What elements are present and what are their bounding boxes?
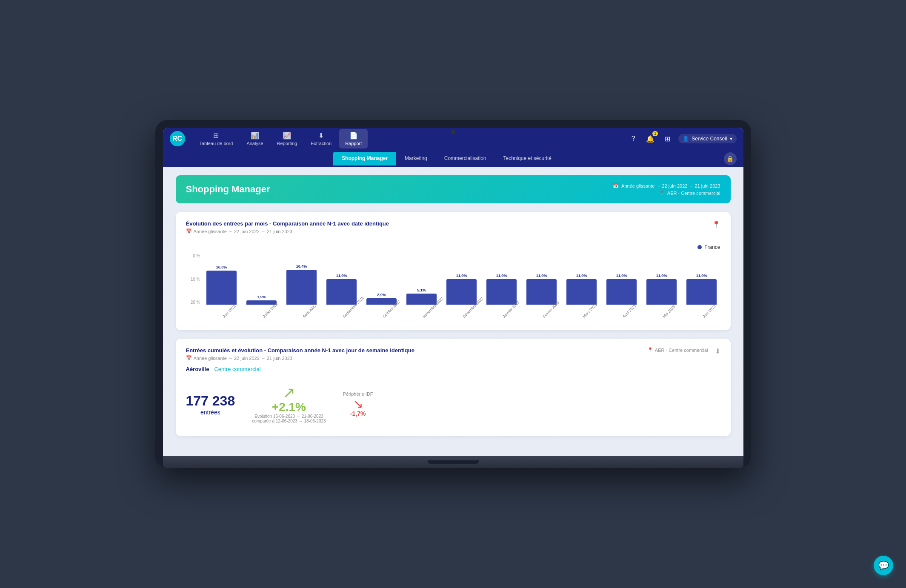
- user-menu-button[interactable]: 👤 Service Conseil ▾: [678, 134, 736, 143]
- app-logo[interactable]: RC: [170, 131, 185, 146]
- bar-value: 11,9%: [696, 274, 707, 278]
- bar-group: 11,9%Mars 2023: [563, 254, 600, 305]
- chart1-calendar-icon: 📅: [186, 228, 192, 234]
- rapport-icon: 📄: [349, 131, 358, 140]
- trend-percent: +2.1%: [272, 400, 306, 414]
- bar: [486, 279, 516, 305]
- location-text: AER - Centre commercial: [667, 191, 720, 196]
- bar-group: 2,9%Octobre 2022: [363, 254, 400, 305]
- bar: [246, 300, 276, 305]
- header-card: Shopping Manager 📅 Année glissante → 22 …: [176, 175, 731, 203]
- bar-group: 11,9%Février 2023: [523, 254, 560, 305]
- bar: [326, 279, 356, 305]
- chart2-header-row: Entrées cumulés et évolution - Comparais…: [186, 347, 720, 366]
- chart1-card: Évolution des entrées par mois - Compara…: [176, 212, 731, 330]
- laptop-base-notch: [428, 460, 479, 464]
- legend-france-label: France: [704, 244, 720, 250]
- bar-value: 11,9%: [576, 274, 587, 278]
- reporting-icon: 📈: [283, 131, 291, 140]
- nav-item-extraction[interactable]: ⬇ Extraction: [305, 129, 337, 148]
- nav-item-rapport[interactable]: 📄 Rapport: [339, 129, 368, 148]
- chart2-pin-icon: 📍: [647, 347, 653, 353]
- trend-down-icon: ↘: [353, 398, 363, 410]
- bar-value: 11,9%: [616, 274, 627, 278]
- metric-percent-block: ↗ +2.1% Evolution 15-06-2023 → 21-06-202…: [252, 385, 326, 423]
- laptop-base: [163, 456, 743, 468]
- nav-item-analyse[interactable]: 📊 Analyse: [240, 129, 269, 148]
- date-range-row: 📅 Année glissante → 22 juin 2022 → 21 ju…: [613, 183, 720, 188]
- help-icon-btn[interactable]: ?: [627, 133, 639, 145]
- sub-nav-technique[interactable]: Technique et sécurité: [494, 152, 560, 166]
- location-row: 📍 AER - Centre commercial: [659, 190, 720, 196]
- analyse-icon: 📊: [251, 131, 259, 140]
- nav-items: ⊞ Tableau de bord 📊 Analyse 📈 Reporting …: [194, 129, 628, 148]
- bar-group: 11,9%Décembre 2022: [443, 254, 480, 305]
- bar-value: 16,4%: [296, 264, 307, 268]
- bar-group: 1,9%Juillet 2022: [243, 254, 280, 305]
- location-tabs: Aéroville Centre commercial: [186, 366, 720, 372]
- nav-item-tableau[interactable]: ⊞ Tableau de bord: [194, 129, 239, 148]
- date-range-text: Année glissante → 22 juin 2022 → 21 juin…: [621, 183, 720, 188]
- peripherie-label: Périphérie IDF: [343, 391, 373, 397]
- bell-icon-btn[interactable]: 🔔 1: [644, 133, 656, 145]
- y-label-0: 20 %: [191, 300, 202, 305]
- bar-value: 1,9%: [257, 295, 266, 299]
- sub-nav-marketing[interactable]: Marketing: [396, 152, 436, 166]
- bar-value: 11,9%: [336, 274, 347, 278]
- user-chevron-icon: ▾: [730, 136, 732, 142]
- metric-period-1: Evolution 15-06-2023 → 21-06-2023: [254, 414, 323, 419]
- metric-entries: 177 238 entrées: [186, 393, 235, 416]
- bar: [686, 279, 716, 305]
- bar: [646, 279, 676, 305]
- chart2-title-block: Entrées cumulés et évolution - Comparais…: [186, 347, 414, 366]
- bar: [446, 279, 476, 305]
- entries-number: 177 238: [186, 393, 235, 409]
- chart2-location-text: AER - Centre commercial: [655, 348, 708, 353]
- pin-icon: 📍: [659, 190, 665, 196]
- nav-item-reporting[interactable]: 📈 Reporting: [271, 129, 303, 148]
- bar-value: 11,9%: [456, 274, 467, 278]
- chart1-title: Évolution des entrées par mois - Compara…: [186, 220, 389, 227]
- sub-nav-commercialisation[interactable]: Commercialisation: [436, 152, 495, 166]
- chart1-subtitle: 📅 Année glissante → 22 juin 2022 → 21 ju…: [186, 228, 389, 234]
- tab-aeroville[interactable]: Aéroville: [186, 366, 209, 372]
- legend-france-dot: [697, 245, 702, 249]
- grid-icon-btn[interactable]: ⊞: [661, 133, 673, 145]
- sub-nav-shopping-manager[interactable]: Shopping Manager: [333, 152, 396, 166]
- bar: [606, 279, 636, 305]
- user-label: Service Conseil: [692, 136, 727, 142]
- laptop-frame: RC ⊞ Tableau de bord 📊 Analyse 📈 Reporti…: [155, 120, 751, 468]
- chart2-calendar-icon: 📅: [186, 355, 192, 361]
- nav-label-analyse: Analyse: [246, 141, 263, 146]
- bar-label: Mars 2023: [582, 303, 597, 319]
- extraction-icon: ⬇: [318, 131, 324, 140]
- lock-icon-btn[interactable]: 🔒: [724, 152, 737, 165]
- laptop-screen: RC ⊞ Tableau de bord 📊 Analyse 📈 Reporti…: [163, 128, 743, 456]
- bar-group: 11,9%Mai 2023: [643, 254, 680, 305]
- bar-value: 11,9%: [536, 274, 547, 278]
- nav-label-tableau: Tableau de bord: [200, 141, 233, 146]
- download-icon-btn[interactable]: ⬇: [715, 347, 720, 355]
- nav-label-rapport: Rapport: [345, 141, 362, 146]
- metric-period-2: comparée à 12-06-2023 → 18-06-2023: [252, 419, 326, 423]
- bars-container: 16,0%Juin 20221,9%Juillet 202216,4%Août …: [203, 254, 720, 305]
- trend-up-icon: ↗: [283, 385, 295, 400]
- main-content: Shopping Manager 📅 Année glissante → 22 …: [163, 167, 743, 456]
- bar-group: 11,9%Juin 2023: [683, 254, 720, 305]
- tab-centre-commercial[interactable]: Centre commercial: [214, 366, 260, 372]
- bar-group: 5,1%Novembre 2022: [403, 254, 440, 305]
- bar: [406, 294, 436, 305]
- metrics-row: 177 238 entrées ↗ +2.1% Evolution 15-06-…: [186, 381, 720, 428]
- bar-value: 11,9%: [496, 274, 507, 278]
- calendar-icon: 📅: [613, 183, 619, 188]
- nav-right: ? 🔔 1 ⊞ 👤 Service Conseil ▾: [627, 133, 736, 145]
- bar: [206, 271, 236, 305]
- bar-group: 11,9%Janvier 2023: [483, 254, 520, 305]
- chart1-pin-icon: 📍: [712, 220, 720, 228]
- chat-fab-button[interactable]: 💬: [874, 556, 893, 575]
- y-axis: 20 % 10 % 0 %: [186, 254, 202, 305]
- notification-badge: 1: [652, 131, 658, 136]
- metric-peripherie: Périphérie IDF ↘ -1,7%: [343, 391, 373, 417]
- user-avatar-icon: 👤: [683, 136, 689, 142]
- chart1-title-block: Évolution des entrées par mois - Compara…: [186, 220, 389, 241]
